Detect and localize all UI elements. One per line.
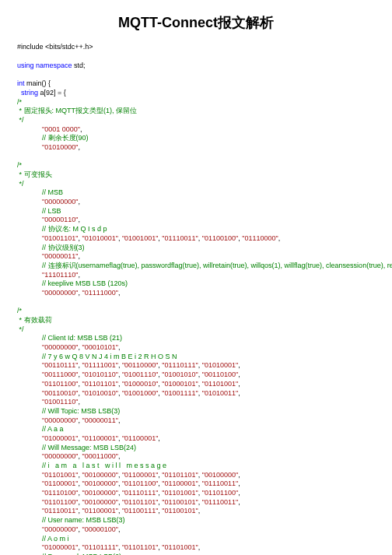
code-line: "00110010", "01010010", "01001000", "010… [42, 389, 375, 399]
code-line: "01110011", "01100001", "01100111", "011… [42, 507, 375, 516]
code-line: // i a m a l a s t w i l l m e s s a g e [42, 462, 375, 471]
code-line: "00000000", "00011000", [42, 452, 375, 462]
code-line: #include <bits/stdc++.h> [17, 43, 375, 52]
code-line: "00000000", "00010101", [42, 343, 375, 353]
code-line: */ [17, 180, 375, 189]
code-line: "00000000", "00000100", [42, 525, 375, 535]
code-line: // A a a [42, 425, 375, 434]
code-line [17, 52, 375, 61]
code-line [17, 70, 375, 79]
code-line: // 协议级别(3) [42, 244, 375, 253]
code-line: string a[92] = { [17, 89, 375, 98]
code-line: * 固定报头: MQTT报⽂类型(1), 保留位 [17, 107, 375, 116]
code-line [17, 298, 375, 307]
code-line: "00110111", "01111001", "00110000", "011… [42, 361, 375, 371]
code-line: /* [17, 307, 375, 316]
code-line: using namespace std; [17, 61, 375, 71]
code-line: // Will Message: MSB LSB(24) [42, 444, 375, 453]
code-line: // Client Id: MSB LSB (21) [42, 334, 375, 343]
document-wrap: MQTT-Connect报⽂解析 #include <bits/stdc++.h… [0, 0, 392, 555]
code-line: /* [17, 98, 375, 107]
code-line: // keeplive MSB LSB (120s) [42, 279, 375, 289]
page-title: MQTT-Connect报⽂解析 [17, 14, 375, 32]
code-line: // MSB [42, 188, 375, 198]
code-block: #include <bits/stdc++.h> using namespace… [17, 43, 375, 555]
code-line: "00000011", [42, 252, 375, 262]
code-line [17, 153, 375, 162]
code-line: "01101100", "01101101", "01000010", "010… [42, 380, 375, 389]
code-line: "01100001", "00100000", "01101100", "011… [42, 479, 375, 489]
code-line: "00000000", [42, 198, 375, 207]
code-line: "11101110", [42, 271, 375, 280]
code-line: // A o m i [42, 535, 375, 544]
code-line: "01000001", "01100001", "01100001", [42, 434, 375, 444]
code-line: */ [17, 325, 375, 335]
code-line: // LSB [42, 207, 375, 216]
code-line: "01101100", "00100000", "01101101", "011… [42, 498, 375, 508]
code-line: "00111000", "01010110", "01001110", "010… [42, 371, 375, 380]
code-line: "00000000", "01111000", [42, 289, 375, 298]
code-line: "01010000", [42, 143, 375, 153]
code-line: */ [17, 116, 375, 125]
code-line: * 有效载荷 [17, 316, 375, 325]
code-line: "0001 0000", [42, 125, 375, 135]
code-line: "01101001", "00100000", "01100001", "011… [42, 471, 375, 480]
code-line: "00000000", "00000011", [42, 416, 375, 426]
code-line: "01000001", "01101111", "01101101", "011… [42, 543, 375, 553]
code-line: * 可变报头 [17, 170, 375, 180]
code-line: // Will Topic: MSB LSB(3) [42, 407, 375, 416]
code-line: // 7 y 6 w Q 8 V N J 4 i m B E i 2 R H O… [42, 353, 375, 362]
code-line: // 连接标识(usernameflag(true), passwordflag… [42, 262, 375, 271]
code-line: // 剩余⻓度(90) [42, 134, 375, 143]
code-line: // User name: MSB LSB(3) [42, 516, 375, 525]
code-line: int main() { [17, 79, 375, 89]
code-line: /* [17, 161, 375, 170]
code-line: "01001110", [42, 398, 375, 407]
code-line: // 协议名: M Q I s d p [42, 225, 375, 234]
code-line: "00000110", [42, 216, 375, 225]
code-line: "01110100", "00100000", "01110111", "011… [42, 489, 375, 498]
code-line: "01001101", "01010001", "01001001", "011… [42, 234, 375, 244]
